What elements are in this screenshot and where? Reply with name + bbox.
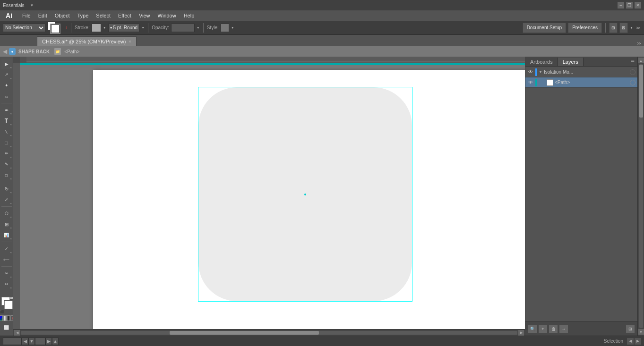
preferences-button[interactable]: Preferences (568, 23, 602, 33)
next-page-button[interactable]: ▶ (45, 338, 52, 345)
rectangle-tool-button[interactable]: □ ▾ (1, 137, 12, 148)
new-artboard-button[interactable]: ⊞ (626, 325, 635, 333)
prev-page-button[interactable]: ◀ (22, 338, 28, 345)
menu-file[interactable]: File (19, 12, 34, 19)
stroke-value-box[interactable]: ● 5 pt. Round (108, 24, 140, 32)
vertical-scrollbar[interactable]: ▲ ▼ (637, 57, 644, 336)
scroll-down-button[interactable]: ▼ (638, 329, 644, 335)
divider-4 (605, 23, 606, 33)
panel-tabs: Artboards Layers ☰ (525, 57, 637, 67)
default-colors-icon[interactable]: ⬛ (0, 310, 4, 314)
stroke-color-swatch[interactable] (51, 25, 60, 33)
scroll-up-button[interactable]: ▲ (638, 58, 644, 63)
screen-mode-button[interactable]: ⬜ (1, 322, 12, 333)
main-layout: ▶ ▾ ↗ ▾ ✦ ⌓ ✒ ▾ T ▾ / ▾ □ ▾ ✏ (0, 57, 644, 336)
grid-tool-button[interactable]: ⊞ ▾ (1, 219, 12, 229)
line-tool-button[interactable]: / ▾ (1, 127, 12, 137)
layer-eye-path[interactable]: 👁 (527, 80, 534, 85)
layer-expand-icon[interactable]: ▼ (539, 70, 542, 74)
minimize-button[interactable]: – (618, 2, 624, 8)
status-next-button[interactable]: ▶ (635, 338, 641, 345)
layer-thumbnail-path (547, 79, 553, 86)
back-arrow-icon[interactable]: ◀ (3, 48, 7, 55)
style-arrow: ▼ (231, 26, 234, 29)
stroke-box[interactable] (4, 301, 13, 309)
rotate-tool-button[interactable]: ↻ ▾ (1, 184, 12, 194)
shaper-tool-button[interactable]: ⬡ ▾ (1, 208, 12, 219)
menu-view[interactable]: View (136, 12, 154, 19)
breadcrumb-bar: ◀ ● SHAPE BACK 📁 <Path> (0, 46, 644, 57)
layers-tab[interactable]: Layers (558, 58, 584, 66)
scale-tool-button[interactable]: ⤢ ▾ (1, 194, 12, 205)
layer-visibility-icon[interactable]: 👁 (527, 69, 534, 75)
nav-down-button[interactable]: ▼ (28, 338, 35, 345)
page-number-input[interactable]: 1 (35, 338, 45, 345)
eraser-tool-button[interactable]: ◻ ▾ (1, 170, 12, 180)
panel-collapse-button[interactable]: ≫ (635, 25, 641, 30)
measure-tool-button[interactable]: ⟵ (1, 254, 12, 265)
status-prev-button[interactable]: ◀ (627, 338, 634, 345)
menu-help[interactable]: Help (180, 12, 198, 19)
transform-button[interactable]: ⊠ (619, 23, 628, 33)
pencil-tool-button[interactable]: ✎ ▾ (1, 159, 12, 169)
zoom-input[interactable]: 25% (3, 338, 22, 345)
document-tab[interactable]: CHESS.ai* @ 25% (CMYK/Preview) × (37, 36, 137, 46)
graph-tool-button[interactable]: 📊 ▾ (1, 230, 12, 240)
menu-window[interactable]: Window (155, 12, 180, 19)
opacity-input[interactable]: 100% (171, 24, 195, 32)
pen-tool-button[interactable]: ✒ ▾ (1, 105, 12, 115)
layer-row-isolation[interactable]: 👁 ▼ Isolation Mo... (525, 67, 637, 77)
stroke-width-label: 5 pt. Round (113, 25, 137, 30)
ruler-corner (13, 57, 20, 63)
rectangle-tool-icon: □ (5, 140, 8, 145)
delete-layer-button[interactable]: 🗑 (549, 325, 558, 333)
blend-tool-button[interactable]: ∞ ▾ (1, 268, 12, 278)
direct-selection-tool-button[interactable]: ↗ ▾ (1, 69, 12, 80)
ruler-row (13, 57, 525, 63)
stroke-color-box[interactable] (92, 24, 101, 32)
magic-wand-tool-button[interactable]: ✦ (1, 80, 12, 91)
rotate-tool-icon: ↻ (5, 186, 9, 192)
move-to-layer-button[interactable]: → (559, 325, 568, 333)
canvas-area[interactable] (20, 63, 525, 329)
layer-row-path[interactable]: 👁 <Path> (525, 77, 637, 88)
eyedropper-tool-button[interactable]: ✓ ▾ (1, 244, 12, 254)
scroll-track-v[interactable] (639, 64, 643, 328)
document-setup-button[interactable]: Document Setup (523, 23, 567, 33)
title-bar: Essentials ▼ – ❐ ✕ (0, 0, 644, 10)
menu-effect[interactable]: Effect (115, 12, 135, 19)
selection-dropdown[interactable]: No Selection (3, 24, 45, 32)
artboards-tab[interactable]: Artboards (525, 58, 558, 66)
artboard[interactable] (93, 70, 525, 329)
scroll-right-button[interactable]: ▶ (518, 330, 524, 336)
measure-tool-icon: ⟵ (3, 257, 9, 262)
scissors-tool-button[interactable]: ✂ ▾ (1, 279, 12, 289)
add-layer-button[interactable]: + (539, 325, 547, 333)
lasso-tool-button[interactable]: ⌓ (1, 91, 12, 101)
maximize-button[interactable]: ❐ (626, 2, 633, 8)
scroll-left-button[interactable]: ◀ (14, 330, 20, 336)
nav-up-button[interactable]: ▲ (52, 338, 59, 345)
swap-colors-icon[interactable]: ⇌ (10, 296, 13, 300)
horizontal-scrollbar[interactable]: ◀ ▶ (13, 329, 525, 336)
scroll-thumb-h (170, 331, 318, 335)
tab-close-button[interactable]: × (129, 39, 131, 44)
gradient-mode-btn[interactable] (3, 315, 10, 321)
lasso-icon: ⌓ (5, 94, 8, 99)
panel-menu-button[interactable]: ☰ (631, 59, 637, 64)
menu-select[interactable]: Select (93, 12, 114, 19)
style-swatch[interactable] (221, 24, 229, 32)
menu-object[interactable]: Object (52, 12, 73, 19)
type-tool-button[interactable]: T ▾ (1, 116, 12, 126)
arrange-button[interactable]: ⊞ (609, 23, 618, 33)
close-button[interactable]: ✕ (635, 2, 641, 8)
search-layers-button[interactable]: 🔍 (528, 325, 537, 333)
color-mode-btn[interactable] (0, 315, 3, 321)
scroll-track-h[interactable] (21, 331, 517, 335)
tabs-collapse-button[interactable]: ≫ (636, 41, 642, 46)
menu-type[interactable]: Type (74, 12, 92, 19)
menu-edit[interactable]: Edit (35, 12, 51, 19)
brush-tool-button[interactable]: ✏ ▾ (1, 148, 12, 159)
isolation-mode-bar (20, 63, 525, 65)
selection-tool-button[interactable]: ▶ ▾ (1, 59, 12, 69)
